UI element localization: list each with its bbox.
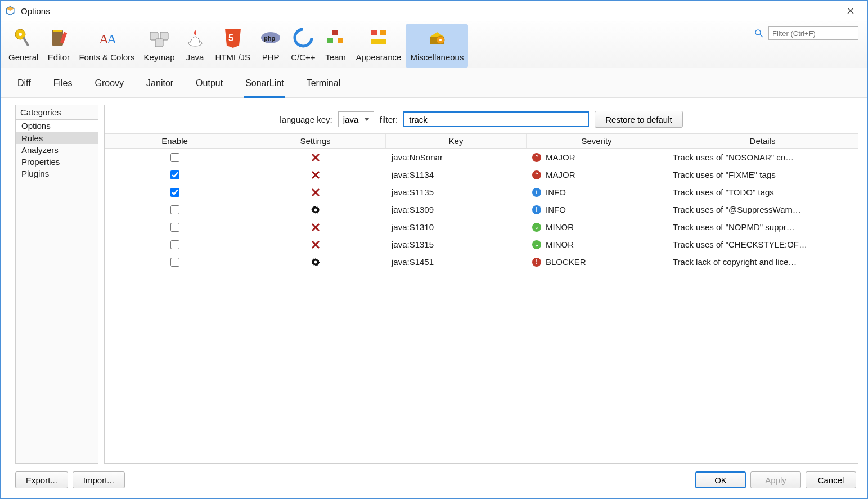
general-icon: [12, 26, 35, 49]
cell-settings[interactable]: [245, 257, 386, 268]
severity-text: MINOR: [546, 222, 574, 232]
toolbar-label: Java: [186, 52, 204, 62]
svg-text:5: 5: [228, 33, 233, 43]
svg-marker-28: [430, 32, 444, 37]
subtab-bar: DiffFilesGroovyJanitorOutputSonarLintTer…: [1, 68, 867, 98]
enable-checkbox[interactable]: [170, 205, 179, 214]
toolbar-label: Miscellaneous: [410, 52, 464, 62]
toolbar-htmljs[interactable]: 5HTML/JS: [211, 24, 255, 68]
cell-severity: ⌃MAJOR: [527, 169, 667, 181]
col-enable[interactable]: Enable: [105, 134, 245, 148]
export-button[interactable]: Export...: [15, 471, 68, 488]
cell-details: Track uses of "NOSONAR" co…: [667, 151, 858, 163]
miscellaneous-icon: [426, 26, 448, 49]
language-key-label: language key:: [280, 115, 332, 124]
table-row[interactable]: java:S1309iINFOTrack uses of "@SuppressW…: [105, 201, 858, 218]
col-key[interactable]: Key: [386, 134, 527, 148]
search-icon: [754, 28, 764, 38]
restore-default-button[interactable]: Restore to default: [595, 111, 682, 128]
subtab-output[interactable]: Output: [195, 76, 224, 97]
toolbar-keymap[interactable]: Keymap: [140, 24, 179, 68]
cancel-button[interactable]: Cancel: [806, 471, 856, 488]
language-key-select[interactable]: java: [338, 111, 374, 127]
cell-settings[interactable]: [245, 222, 386, 233]
toolbar-php[interactable]: phpPHP: [255, 24, 286, 68]
table-row[interactable]: java:S1451!BLOCKERTrack lack of copyrigh…: [105, 253, 858, 271]
rules-filter-input[interactable]: [403, 111, 589, 127]
col-severity[interactable]: Severity: [527, 134, 667, 148]
table-row[interactable]: java:S1310⌄MINORTrack uses of "NOPMD" su…: [105, 218, 858, 236]
table-row[interactable]: java:NoSonar⌃MAJORTrack uses of "NOSONAR…: [105, 149, 858, 166]
team-icon: [324, 26, 347, 49]
svg-point-5: [19, 33, 22, 36]
cell-severity: iINFO: [527, 204, 667, 215]
cell-enable: [105, 257, 245, 268]
ok-button[interactable]: OK: [695, 471, 746, 488]
dialog-footer: Export... Import... OK Apply Cancel: [1, 464, 867, 498]
subtab-janitor[interactable]: Janitor: [145, 76, 174, 97]
svg-point-20: [295, 29, 312, 46]
enable-checkbox[interactable]: [170, 153, 179, 162]
cell-severity: iINFO: [527, 186, 667, 198]
category-analyzers[interactable]: Analyzers: [16, 144, 98, 156]
cell-settings[interactable]: [245, 187, 386, 198]
rules-table-body[interactable]: java:NoSonar⌃MAJORTrack uses of "NOSONAR…: [105, 149, 858, 463]
app-icon: [5, 6, 15, 16]
apply-button[interactable]: Apply: [750, 471, 801, 488]
subtab-groovy[interactable]: Groovy: [94, 76, 125, 97]
cell-settings[interactable]: [245, 169, 386, 181]
col-details[interactable]: Details: [667, 134, 858, 148]
toolbar-java[interactable]: Java: [179, 24, 211, 68]
enable-checkbox[interactable]: [170, 188, 179, 197]
import-button[interactable]: Import...: [73, 471, 125, 488]
svg-point-44: [314, 260, 317, 263]
cell-key: java:S1135: [386, 186, 527, 198]
col-settings[interactable]: Settings: [245, 134, 386, 148]
cell-settings[interactable]: [245, 204, 386, 215]
toolbar-fonts[interactable]: AAFonts & Colors: [74, 24, 139, 68]
cell-settings[interactable]: [245, 239, 386, 250]
svg-rect-22: [338, 38, 343, 43]
toolbar-label: Editor: [48, 52, 70, 62]
table-row[interactable]: java:S1134⌃MAJORTrack uses of "FIXME" ta…: [105, 166, 858, 183]
subtab-terminal[interactable]: Terminal: [305, 76, 341, 97]
svg-rect-14: [155, 39, 163, 47]
subtab-diff[interactable]: Diff: [16, 76, 32, 97]
enable-checkbox[interactable]: [170, 240, 179, 249]
category-rules[interactable]: Rules: [16, 132, 98, 144]
subtab-files[interactable]: Files: [52, 76, 74, 97]
cell-details: Track uses of "TODO" tags: [667, 186, 858, 198]
rules-panel: language key: java filter: Restore to de…: [104, 105, 858, 464]
cell-key: java:S1315: [386, 239, 527, 250]
toolbar-label: HTML/JS: [215, 52, 251, 62]
cell-enable: [105, 204, 245, 215]
cell-details: Track uses of "FIXME" tags: [667, 169, 858, 181]
severity-text: MINOR: [546, 240, 574, 249]
subtab-sonarlint[interactable]: SonarLint: [244, 76, 285, 98]
table-row[interactable]: java:S1135iINFOTrack uses of "TODO" tags: [105, 183, 858, 201]
toolbar-general[interactable]: General: [4, 24, 43, 68]
fonts-icon: AA: [96, 26, 118, 49]
cell-enable: [105, 187, 245, 198]
enable-checkbox[interactable]: [170, 170, 179, 179]
enable-checkbox[interactable]: [170, 258, 179, 267]
category-properties[interactable]: Properties: [16, 156, 98, 168]
table-row[interactable]: java:S1315⌄MINORTrack uses of "CHECKSTYL…: [105, 236, 858, 253]
toolbar-miscellaneous[interactable]: Miscellaneous: [406, 24, 468, 68]
severity-text: INFO: [546, 205, 566, 214]
enable-checkbox[interactable]: [170, 223, 179, 232]
window-close-button[interactable]: [838, 3, 863, 19]
toolbar-appearance[interactable]: Appearance: [351, 24, 406, 68]
toolbar-team[interactable]: Team: [320, 24, 351, 68]
cell-key: java:NoSonar: [386, 151, 527, 163]
category-options[interactable]: Options: [16, 119, 98, 132]
cell-enable: [105, 222, 245, 233]
cell-settings[interactable]: [245, 152, 386, 163]
php-icon: php: [259, 26, 282, 49]
filter-search-input[interactable]: [768, 26, 858, 40]
toolbar-ccpp[interactable]: C/C++: [286, 24, 320, 68]
category-plugins[interactable]: Plugins: [16, 168, 98, 179]
toolbar-editor[interactable]: Editor: [43, 24, 74, 68]
cell-key: java:S1134: [386, 169, 527, 181]
cell-details: Track uses of "NOPMD" suppr…: [667, 221, 858, 233]
